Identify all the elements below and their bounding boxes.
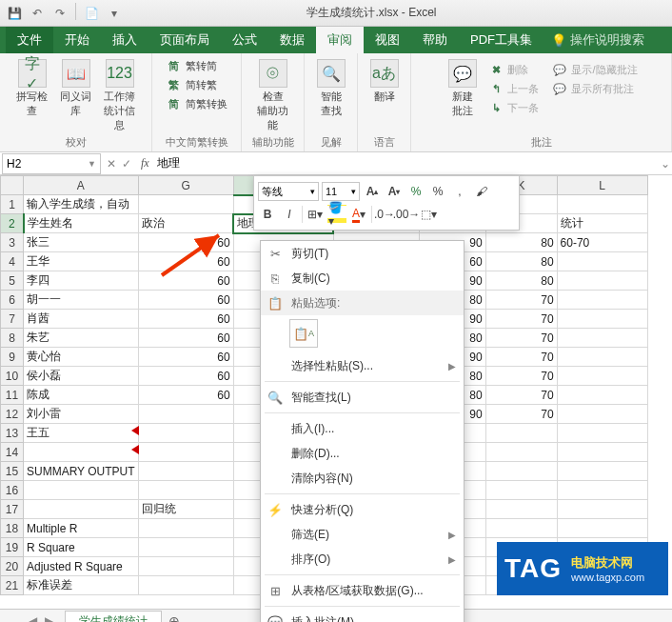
qat-touch-mode[interactable]: 📄 [81, 3, 102, 24]
cell[interactable] [138, 405, 233, 424]
mini-size[interactable]: 11 ▾ [322, 182, 360, 201]
row-header-15[interactable]: 15 [1, 462, 24, 481]
tab-view[interactable]: 视图 [364, 27, 411, 53]
mini-fill-color[interactable]: 🪣▾ [327, 205, 346, 224]
cell[interactable] [557, 405, 647, 424]
cell[interactable]: R Square [24, 538, 139, 557]
row-header-9[interactable]: 9 [1, 348, 24, 367]
cell[interactable] [485, 462, 557, 481]
cell[interactable]: 70 [485, 310, 557, 329]
row-header-21[interactable]: 21 [1, 576, 24, 595]
btn-trad-to-simp[interactable]: 简繁转简 [163, 57, 221, 74]
cell[interactable] [138, 443, 233, 462]
mini-merge[interactable]: ⬚▾ [419, 205, 438, 224]
cell[interactable]: 70 [485, 386, 557, 405]
row-header-14[interactable]: 14 [1, 443, 24, 462]
col-header-L[interactable]: L [557, 176, 647, 195]
cell[interactable]: 政治 [138, 214, 233, 233]
btn-smart-lookup[interactable]: 🔍智能 查找 [309, 57, 353, 120]
mini-bold[interactable]: B [258, 205, 277, 224]
cell[interactable]: 肖茜 [24, 310, 139, 329]
mini-inc-decimal[interactable]: .0→ [375, 205, 394, 224]
cell[interactable]: 80 [485, 233, 557, 252]
cancel-icon[interactable]: ✕ [107, 157, 116, 171]
mini-format-painter[interactable]: 🖌 [472, 182, 491, 201]
cell[interactable] [557, 443, 647, 462]
cell[interactable]: 朱艺 [24, 329, 139, 348]
cell[interactable] [485, 519, 557, 538]
cell[interactable] [485, 424, 557, 443]
row-header-16[interactable]: 16 [1, 481, 24, 500]
btn-simp-to-trad[interactable]: 繁简转繁 [163, 76, 221, 93]
tab-formulas[interactable]: 公式 [221, 27, 268, 53]
cell[interactable] [138, 195, 233, 214]
cell[interactable] [557, 291, 647, 310]
cell[interactable]: 陈成 [24, 386, 139, 405]
cell[interactable] [557, 271, 647, 291]
row-header-3[interactable]: 3 [1, 233, 24, 252]
ctx-copy[interactable]: ⎘复制(C) [261, 266, 464, 291]
row-header-13[interactable]: 13 [1, 424, 24, 443]
tell-me[interactable]: 💡操作说明搜索 [551, 31, 644, 49]
cell[interactable] [557, 519, 647, 538]
btn-convert[interactable]: 简简繁转换 [163, 95, 231, 112]
cell[interactable] [24, 443, 139, 462]
cell[interactable] [138, 462, 233, 481]
cell[interactable] [557, 310, 647, 329]
cell[interactable] [557, 329, 647, 348]
ctx-cut[interactable]: ✂剪切(T) [261, 241, 464, 266]
ctx-delete[interactable]: 删除(D)... [261, 441, 464, 466]
cell[interactable]: 70 [485, 405, 557, 424]
row-header-7[interactable]: 7 [1, 310, 24, 329]
cell[interactable]: 学生姓名 [24, 214, 139, 233]
cell[interactable] [485, 443, 557, 462]
cell[interactable]: 回归统 [138, 500, 233, 519]
cell[interactable] [557, 386, 647, 405]
cell[interactable] [138, 538, 233, 557]
cell[interactable]: 60-70 [557, 233, 647, 252]
tab-data[interactable]: 数据 [268, 27, 316, 53]
btn-stats[interactable]: 123工作簿 统计信息 [98, 57, 142, 134]
formula-input[interactable] [153, 153, 659, 174]
row-header-12[interactable]: 12 [1, 405, 24, 424]
row-header-4[interactable]: 4 [1, 252, 24, 271]
mini-font[interactable]: 等线 ▾ [258, 182, 319, 201]
mini-grow-font[interactable]: A▴ [363, 182, 382, 201]
cell[interactable]: Adjusted R Square [24, 557, 139, 576]
name-box[interactable]: H2▼ [2, 153, 101, 174]
cell[interactable] [557, 367, 647, 386]
ctx-insert[interactable]: 插入(I)... [261, 416, 464, 441]
cell[interactable]: 侯小磊 [24, 367, 139, 386]
mini-italic[interactable]: I [280, 205, 299, 224]
cell[interactable]: 60 [138, 291, 233, 310]
btn-next-comment[interactable]: ↳下一条 [484, 99, 543, 116]
ctx-sort[interactable]: 排序(O)▶ [261, 547, 464, 572]
cell[interactable]: 70 [485, 348, 557, 367]
cell[interactable] [24, 500, 139, 519]
row-header-6[interactable]: 6 [1, 291, 24, 310]
cell[interactable] [24, 481, 139, 500]
cell[interactable]: 70 [485, 367, 557, 386]
cell[interactable] [138, 519, 233, 538]
cell[interactable]: 王五 [24, 424, 139, 443]
cell[interactable] [557, 481, 647, 500]
row-header-18[interactable]: 18 [1, 519, 24, 538]
row-header-10[interactable]: 10 [1, 367, 24, 386]
mini-accounting[interactable]: % [406, 182, 425, 201]
tab-file[interactable]: 文件 [6, 27, 53, 53]
btn-translate[interactable]: aあ翻译 [363, 57, 406, 106]
cell[interactable]: 70 [485, 329, 557, 348]
enter-icon[interactable]: ✓ [122, 157, 131, 171]
row-header-1[interactable]: 1 [1, 195, 24, 214]
row-header-20[interactable]: 20 [1, 557, 24, 576]
tab-review[interactable]: 审阅 [316, 27, 364, 53]
tab-insert[interactable]: 插入 [101, 27, 148, 53]
cell[interactable] [557, 500, 647, 519]
cell[interactable] [138, 576, 233, 595]
row-header-8[interactable]: 8 [1, 329, 24, 348]
btn-accessibility[interactable]: ⦾检查 辅助功能 [251, 57, 295, 134]
col-header-G[interactable]: G [138, 176, 233, 195]
mini-comma[interactable]: , [450, 182, 469, 201]
cell[interactable]: 80 [485, 271, 557, 291]
mini-font-color[interactable]: A▾ [349, 205, 368, 224]
